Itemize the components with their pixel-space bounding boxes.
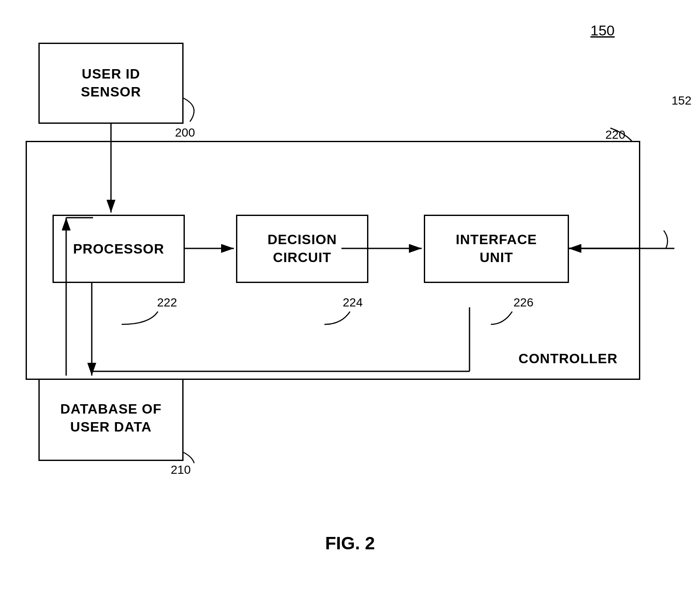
- ref-152: 152: [671, 94, 691, 108]
- processor-box: PROCESSOR: [52, 215, 185, 283]
- interface-unit-label: INTERFACEUNIT: [456, 231, 537, 266]
- user-id-sensor-box: USER IDSENSOR: [38, 43, 184, 124]
- user-id-sensor-label: USER IDSENSOR: [81, 65, 141, 101]
- diagram: 150 USER IDSENSOR 200 DATABASE OFUSER DA…: [0, 0, 700, 592]
- decision-circuit-label: DECISIONCIRCUIT: [268, 231, 337, 266]
- ref-224: 224: [343, 296, 363, 309]
- interface-unit-box: INTERFACEUNIT: [424, 215, 569, 283]
- ref-210: 210: [171, 463, 191, 477]
- database-box: DATABASE OFUSER DATA: [38, 376, 184, 461]
- decision-circuit-box: DECISIONCIRCUIT: [236, 215, 368, 283]
- ref-150: 150: [590, 22, 615, 39]
- ref-200: 200: [175, 126, 195, 140]
- database-label: DATABASE OFUSER DATA: [60, 400, 161, 436]
- controller-box: CONTROLLER PROCESSOR 222 DECISIONCIRCUIT…: [26, 141, 640, 380]
- processor-label: PROCESSOR: [73, 241, 164, 257]
- controller-label: CONTROLLER: [519, 351, 618, 367]
- ref-220: 220: [605, 128, 625, 142]
- ref-222: 222: [157, 296, 177, 309]
- figure-label: FIG. 2: [325, 533, 375, 554]
- ref-226: 226: [513, 296, 534, 309]
